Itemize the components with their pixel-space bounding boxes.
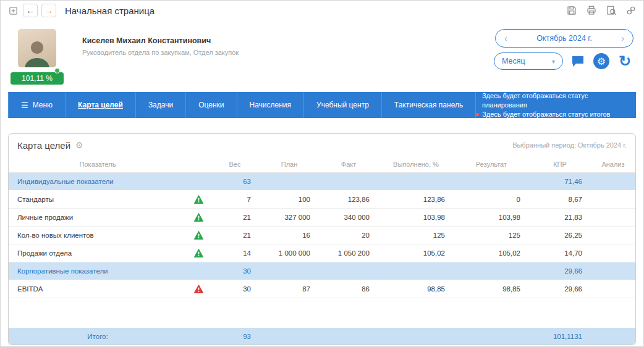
col-kpr: КПР (529, 161, 591, 168)
warning-red-icon (187, 285, 210, 293)
hamburger-icon: ☰ (21, 101, 28, 110)
col-result: Результат (454, 161, 529, 168)
person-info: Киселев Михаил Константинович Руководите… (82, 29, 239, 85)
warning-green-icon (187, 249, 210, 257)
col-done: Выполнено, % (378, 161, 454, 168)
period-mode-label: Месяц (502, 57, 525, 65)
col-analysis: Анализ (591, 161, 635, 168)
tab-tasks[interactable]: Задачи (136, 92, 186, 118)
goals-settings-icon[interactable]: ⚙ (75, 140, 83, 150)
page-title: Начальная страница (65, 6, 155, 16)
warning-green-icon (187, 213, 210, 222)
table-empty-space (9, 298, 635, 328)
refresh-icon: ↻ (619, 54, 631, 69)
refresh-button[interactable]: ↻ (616, 52, 633, 70)
period-prev-button[interactable]: ‹ (502, 33, 510, 43)
avatar[interactable] (18, 29, 56, 67)
menu-label: Меню (33, 101, 53, 109)
menu-button[interactable]: ☰ Меню (8, 92, 66, 118)
goals-panel-header: Карта целей ⚙ Выбранный период: Октябрь … (9, 134, 635, 156)
settings-button[interactable]: ⚙ (593, 52, 610, 70)
link-icon[interactable] (625, 4, 637, 17)
control-row: Месяц ▾ ⚙ ↻ (494, 52, 633, 70)
col-indicator: Показатель (9, 161, 187, 168)
status-red-dot (476, 113, 479, 116)
warning-green-icon (187, 195, 210, 204)
period-selector[interactable]: ‹ Октябрь 2024 г. › (495, 29, 633, 48)
chat-button[interactable] (569, 52, 587, 70)
total-kpr: 101,1131 (529, 333, 591, 340)
score-badge: 101,11 % (11, 72, 64, 85)
app-window: { "window": { "title": "Начальная страни… (0, 0, 644, 347)
total-label: Итого: (9, 333, 187, 340)
gear-icon: ⚙ (593, 53, 609, 69)
tab-training-center[interactable]: Учебный центр (304, 92, 382, 118)
back-button[interactable]: ← (23, 4, 38, 17)
col-weight: Вес (210, 161, 260, 168)
tab-goals-map[interactable]: Карта целей (66, 92, 136, 118)
chat-icon (570, 54, 585, 69)
period-next-button[interactable]: › (619, 33, 627, 43)
online-status-dot (54, 68, 60, 73)
table-row[interactable]: Корпоративные показатели 30 29,66 (9, 262, 635, 280)
tab-assessments[interactable]: Оценки (186, 92, 237, 118)
table-row[interactable]: Личные продажи 21 327 000 340 000 103,98… (9, 209, 635, 227)
planning-status-text: Здесь будет отображаться статус планиров… (482, 91, 631, 110)
person-name: Киселев Михаил Константинович (82, 36, 239, 45)
avatar-block: 101,11 % (11, 29, 64, 85)
main-navbar: ☰ Меню Карта целей Задачи Оценки Начисле… (8, 92, 636, 118)
warning-green-icon (187, 231, 210, 240)
save-icon[interactable] (566, 4, 578, 17)
period-mode-dropdown[interactable]: Месяц ▾ (494, 52, 563, 70)
table-row[interactable]: Индивидуальные показатели 63 71,46 (9, 173, 635, 191)
planning-status-block: Здесь будет отображаться статус планиров… (476, 92, 636, 118)
goals-table-header: Показатель Вес План Факт Выполнено, % Ре… (9, 156, 635, 173)
table-row[interactable]: Кол-во новых клиентов 21 16 20 125 125 2… (9, 227, 635, 245)
table-row[interactable]: EBITDA 30 87 86 98,85 98,85 29,66 (9, 280, 635, 298)
tab-tactical-panel[interactable]: Тактическая панель (382, 92, 476, 118)
period-controls: ‹ Октябрь 2024 г. › Месяц ▾ ⚙ ↻ (494, 29, 635, 85)
back-arrow-icon: ← (26, 6, 35, 15)
goals-total-row: Итого: 93 101,1131 (9, 328, 635, 345)
top-toolbar: ← → Начальная страница (1, 1, 643, 20)
tab-accruals[interactable]: Начисления (237, 92, 305, 118)
goals-table-body: Индивидуальные показатели 63 71,46 Станд… (9, 173, 635, 298)
col-plan: План (260, 161, 319, 168)
app-icon[interactable] (7, 4, 19, 17)
results-status-text: Здесь будет отображаться статус итогов (482, 110, 610, 119)
goals-panel: Карта целей ⚙ Выбранный период: Октябрь … (8, 133, 636, 345)
period-label: Октябрь 2024 г. (536, 34, 592, 43)
table-row[interactable]: Стандарты 7 100 123,86 123,86 0 8,67 (9, 191, 635, 209)
chevron-down-icon: ▾ (552, 58, 555, 65)
table-row[interactable]: Продажи отдела 14 1 000 000 1 050 200 10… (9, 245, 635, 262)
forward-arrow-icon: → (44, 6, 53, 15)
goals-title: Карта целей (17, 140, 70, 151)
person-position: Руководитель отдела по закупкам, Отдел з… (82, 49, 239, 56)
total-weight: 93 (210, 333, 260, 340)
selected-period-label: Выбранный период: Октябрь 2024 г. (512, 141, 627, 149)
profile-section: 101,11 % Киселев Михаил Константинович Р… (1, 20, 643, 88)
forward-button[interactable]: → (41, 4, 56, 17)
print-icon[interactable] (585, 4, 598, 17)
search-document-icon[interactable] (605, 4, 617, 17)
col-fact: Факт (319, 161, 378, 168)
toolbar-right-icons (566, 4, 637, 17)
